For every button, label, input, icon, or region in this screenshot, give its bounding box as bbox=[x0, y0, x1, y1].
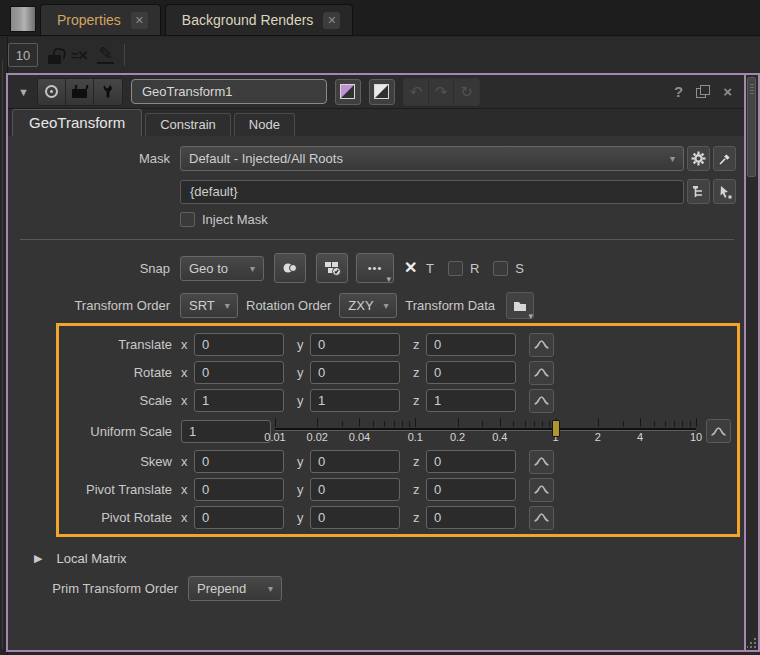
white-swatch-button[interactable] bbox=[369, 79, 395, 105]
prim-transform-order-dropdown[interactable]: Prepend ▾ bbox=[188, 576, 282, 601]
edit-flag-button[interactable] bbox=[38, 79, 66, 105]
rotate-z-field[interactable]: 0 bbox=[426, 361, 516, 384]
translate-x-field[interactable]: 0 bbox=[194, 333, 284, 356]
snap-mode-dropdown[interactable]: Geo to ▾ bbox=[180, 256, 264, 281]
pivot-rotate-y-field[interactable]: 0 bbox=[310, 506, 400, 529]
rotate-x-field[interactable]: 0 bbox=[194, 361, 284, 384]
scale-y-field[interactable]: 1 bbox=[310, 389, 400, 412]
axis-z-label: z bbox=[413, 454, 422, 469]
slider-minor-tick bbox=[665, 421, 666, 427]
purple-swatch-button[interactable] bbox=[335, 79, 361, 105]
collapse-node-icon[interactable]: ▼ bbox=[18, 86, 29, 98]
transform-data-label: Transform Data bbox=[405, 298, 495, 313]
wrench-button[interactable] bbox=[94, 79, 122, 105]
white-swatch-icon bbox=[374, 84, 389, 99]
curve-icon bbox=[533, 366, 550, 379]
pivot-translate-x-field[interactable]: 0 bbox=[194, 478, 284, 501]
snap-r-checkbox[interactable] bbox=[448, 261, 463, 276]
scrollbar-thumb[interactable] bbox=[747, 77, 756, 177]
view-flag-button[interactable] bbox=[66, 79, 94, 105]
close-icon[interactable]: ✕ bbox=[323, 12, 340, 29]
tab-properties[interactable]: Properties ✕ bbox=[40, 4, 161, 35]
node-name-field[interactable]: GeoTransform1 bbox=[131, 79, 327, 104]
pivot-rotate-x-field[interactable]: 0 bbox=[194, 506, 284, 529]
undo-icon[interactable]: ↶ bbox=[404, 79, 429, 105]
spheres-icon bbox=[282, 262, 298, 274]
reset-icon[interactable]: ↻ bbox=[454, 79, 479, 105]
tab-node[interactable]: Node bbox=[234, 113, 295, 136]
transform-order-dropdown[interactable]: SRT ▾ bbox=[180, 293, 238, 318]
recent-nodes-count-field[interactable]: 10 bbox=[8, 43, 38, 67]
slider-minor-tick bbox=[513, 421, 514, 427]
eyedropper-icon bbox=[718, 152, 732, 166]
tab-geotransform[interactable]: GeoTransform bbox=[12, 109, 142, 136]
snap-more-button[interactable]: ••• ▾ bbox=[356, 253, 394, 283]
edit-pencil-icon[interactable]: ✎ bbox=[97, 46, 113, 64]
skew-z-field[interactable]: 0 bbox=[426, 450, 516, 473]
snap-geometry-button[interactable] bbox=[274, 253, 306, 283]
slider-major-tick bbox=[640, 418, 641, 427]
tab-background-renders[interactable]: Background Renders ✕ bbox=[165, 4, 354, 35]
uniform-scale-field[interactable]: 1 bbox=[181, 420, 271, 443]
slider-minor-tick bbox=[482, 421, 483, 427]
mask-value-field[interactable]: {default} bbox=[180, 180, 684, 204]
scale-curve-button[interactable] bbox=[529, 389, 554, 413]
axis-z-label: z bbox=[413, 482, 422, 497]
translate-z-field[interactable]: 0 bbox=[426, 333, 516, 356]
clear-expression-icon[interactable]: =✕ bbox=[71, 48, 87, 63]
snap-t-label: T bbox=[426, 261, 434, 276]
tab-constrain[interactable]: Constrain bbox=[145, 113, 231, 136]
scale-z-field[interactable]: 1 bbox=[426, 389, 516, 412]
float-window-icon[interactable] bbox=[695, 84, 711, 99]
skew-x-field[interactable]: 0 bbox=[194, 450, 284, 473]
translate-y-field[interactable]: 0 bbox=[310, 333, 400, 356]
snap-s-checkbox[interactable] bbox=[493, 261, 508, 276]
rotation-order-dropdown[interactable]: ZXY ▾ bbox=[339, 293, 397, 318]
wrench-icon bbox=[101, 84, 115, 99]
axis-y-label: y bbox=[297, 365, 306, 380]
rotate-curve-button[interactable] bbox=[529, 361, 554, 385]
slider-minor-tick bbox=[384, 421, 385, 427]
slider-minor-tick bbox=[674, 421, 675, 427]
rotate-label: Rotate bbox=[59, 365, 181, 380]
scenegraph-browse-button[interactable] bbox=[687, 179, 710, 204]
pivot-translate-curve-button[interactable] bbox=[529, 478, 554, 502]
uniform-scale-curve-button[interactable] bbox=[706, 419, 731, 443]
pick-locations-button[interactable] bbox=[713, 179, 736, 204]
skew-curve-button[interactable] bbox=[529, 450, 554, 474]
pivot-translate-y-field[interactable]: 0 bbox=[310, 478, 400, 501]
uniform-scale-label: Uniform Scale bbox=[59, 424, 181, 439]
scale-x-field[interactable]: 1 bbox=[194, 389, 284, 412]
uniform-scale-slider[interactable]: 0.010.020.040.10.20.412410 bbox=[275, 416, 696, 446]
history-buttons: ↶ ↷ ↻ bbox=[403, 78, 480, 106]
mask-dropdown[interactable]: Default - Injected/All Roots ▾ bbox=[180, 146, 684, 171]
toolbar-divider bbox=[124, 44, 125, 66]
close-icon[interactable]: ✕ bbox=[131, 12, 148, 29]
skew-y-field[interactable]: 0 bbox=[310, 450, 400, 473]
pivot-translate-label: Pivot Translate bbox=[59, 482, 181, 497]
lock-icon[interactable] bbox=[48, 55, 61, 64]
axis-z-label: z bbox=[413, 393, 422, 408]
pivot-rotate-curve-button[interactable] bbox=[529, 506, 554, 530]
pivot-rotate-z-field[interactable]: 0 bbox=[426, 506, 516, 529]
pane-scrollbar[interactable] bbox=[746, 75, 758, 650]
local-matrix-toggle[interactable]: ▶ Local Matrix bbox=[34, 551, 744, 566]
inject-mask-checkbox[interactable] bbox=[180, 212, 195, 227]
translate-curve-button[interactable] bbox=[529, 333, 554, 357]
resize-grip[interactable] bbox=[747, 637, 757, 649]
snap-t-checkbox[interactable] bbox=[404, 261, 419, 276]
axis-y-label: y bbox=[297, 337, 306, 352]
transform-data-button[interactable]: ▾ bbox=[506, 292, 534, 319]
axis-x-label: x bbox=[181, 393, 190, 408]
help-icon[interactable]: ? bbox=[670, 83, 687, 100]
uniform-scale-slider-handle[interactable] bbox=[552, 420, 560, 437]
mask-eyedropper-button[interactable] bbox=[713, 146, 736, 171]
slider-minor-tick bbox=[409, 421, 410, 427]
mask-options-button[interactable] bbox=[687, 146, 710, 171]
pane-type-icon[interactable] bbox=[10, 6, 36, 32]
redo-icon[interactable]: ↷ bbox=[429, 79, 454, 105]
pivot-translate-z-field[interactable]: 0 bbox=[426, 478, 516, 501]
close-node-icon[interactable]: × bbox=[719, 83, 736, 100]
rotate-y-field[interactable]: 0 bbox=[310, 361, 400, 384]
snap-components-button[interactable] bbox=[316, 253, 348, 283]
